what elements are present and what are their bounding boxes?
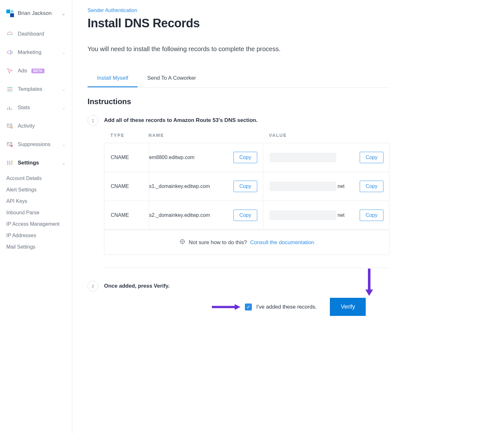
- svg-point-0: [11, 51, 13, 53]
- redacted-value: [270, 153, 336, 162]
- copy-value-button[interactable]: Copy: [360, 181, 383, 192]
- subitem-ip-addresses[interactable]: IP Addresses: [3, 230, 72, 241]
- instructions-heading: Instructions: [88, 97, 389, 106]
- beta-badge: BETA: [31, 69, 44, 73]
- record-type: CNAME: [111, 184, 129, 189]
- dns-records-table: TYPE NAME VALUE CNAME em8800.editwp.com …: [104, 132, 389, 255]
- chevron-down-icon: ⌄: [62, 87, 66, 92]
- svg-point-19: [182, 241, 183, 243]
- table-row: CNAME em8800.editwp.com Copy Copy: [104, 143, 389, 172]
- verify-row: ✓ I've added these records. Verify: [104, 298, 389, 316]
- svg-marker-25: [365, 290, 373, 296]
- table-row: CNAME s2._domainkey.editwp.com Copy net …: [104, 201, 389, 230]
- table-header: TYPE NAME VALUE: [104, 132, 389, 143]
- record-type: CNAME: [111, 155, 129, 160]
- col-type-label: TYPE: [110, 133, 125, 138]
- redacted-value: [270, 210, 336, 220]
- step-1: 1 Add all of these records to Amazon Rou…: [88, 115, 389, 126]
- annotation-arrow-right-icon: [212, 303, 240, 311]
- main-content: Sender Authentication Install DNS Record…: [72, 0, 389, 434]
- chevron-down-icon: ⌄: [62, 50, 66, 55]
- tab-install-myself[interactable]: Install Myself: [88, 70, 138, 87]
- copy-name-button[interactable]: Copy: [233, 210, 257, 221]
- subitem-api-keys[interactable]: API Keys: [3, 196, 72, 207]
- sidebar-item-suppressions[interactable]: Suppressions ⌄: [0, 135, 72, 154]
- tab-send-coworker[interactable]: Send To A Coworker: [138, 70, 206, 87]
- sidebar-item-label: Templates: [18, 86, 42, 92]
- svg-point-18: [180, 239, 185, 244]
- sidebar-item-dashboard[interactable]: Dashboard: [0, 25, 72, 43]
- svg-point-17: [11, 161, 13, 162]
- copy-value-button[interactable]: Copy: [360, 210, 383, 221]
- sidebar-item-templates[interactable]: Templates ⌄: [0, 80, 72, 98]
- sidebar-item-label: Stats: [18, 104, 30, 111]
- col-value-label: VALUE: [269, 133, 287, 138]
- copy-value-button[interactable]: Copy: [360, 152, 383, 163]
- value-suffix: net: [337, 184, 344, 189]
- record-type: CNAME: [111, 212, 129, 218]
- verify-button[interactable]: Verify: [330, 298, 366, 316]
- sidebar-item-ads[interactable]: Ads BETA: [0, 62, 72, 80]
- lead-text: You will need to install the following r…: [88, 45, 389, 53]
- svg-point-15: [7, 161, 9, 163]
- step-2: 2 Once added, press Verify.: [88, 281, 389, 291]
- svg-point-16: [9, 163, 10, 164]
- megaphone-icon: [6, 49, 13, 56]
- redacted-value: [270, 182, 336, 191]
- table-row: CNAME s1._domainkey.editwp.com Copy net …: [104, 172, 389, 201]
- subitem-alert-settings[interactable]: Alert Settings: [3, 184, 72, 196]
- envelope-block-icon: [6, 141, 13, 148]
- account-switcher[interactable]: Brian Jackson ⌄: [0, 6, 72, 25]
- doc-hint-text: Not sure how to do this?: [189, 239, 247, 246]
- sidebar-item-marketing[interactable]: Marketing ⌄: [0, 43, 72, 62]
- record-name: s1._domainkey.editwp.com: [149, 184, 210, 189]
- page-title: Install DNS Records: [88, 17, 389, 30]
- chevron-down-icon: ⌄: [62, 160, 66, 165]
- breadcrumb[interactable]: Sender Authentication: [88, 8, 389, 13]
- chevron-down-icon: ⌄: [62, 142, 66, 147]
- sidebar-item-label: Settings: [18, 160, 39, 166]
- subitem-mail-settings[interactable]: Mail Settings: [3, 241, 72, 253]
- sidebar-item-stats[interactable]: Stats ⌄: [0, 98, 72, 117]
- chevron-down-icon: ⌄: [62, 105, 66, 110]
- annotation-arrow-down-icon: [364, 269, 374, 296]
- sidebar: Brian Jackson ⌄ Dashboard Marketing ⌄ Ad…: [0, 0, 72, 434]
- sidebar-item-label: Suppressions: [18, 141, 50, 148]
- brand-logo-icon: [6, 10, 14, 17]
- bar-chart-icon: [6, 104, 13, 111]
- sliders-icon: [6, 159, 13, 166]
- chevron-down-icon: ⌄: [61, 10, 66, 17]
- sidebar-item-settings[interactable]: Settings ⌄: [0, 154, 72, 172]
- envelope-search-icon: [6, 123, 13, 130]
- step-number: 2: [88, 281, 98, 291]
- svg-marker-27: [235, 304, 240, 310]
- templates-icon: [6, 86, 13, 93]
- doc-link[interactable]: Consult the documentation: [250, 239, 314, 246]
- gauge-icon: [6, 30, 13, 37]
- copy-name-button[interactable]: Copy: [233, 152, 257, 163]
- sidebar-item-label: Dashboard: [18, 31, 44, 37]
- sidebar-item-label: Marketing: [18, 49, 42, 56]
- subitem-ip-access[interactable]: IP Access Management: [3, 218, 72, 230]
- tabs: Install Myself Send To A Coworker: [88, 70, 389, 88]
- col-name-label: NAME: [148, 133, 164, 138]
- svg-point-8: [11, 127, 13, 129]
- account-name: Brian Jackson: [18, 10, 52, 17]
- target-icon: [179, 238, 186, 246]
- subitem-account-details[interactable]: Account Details: [3, 173, 72, 184]
- documentation-hint: Not sure how to do this? Consult the doc…: [104, 230, 389, 255]
- step-text: Add all of these records to Amazon Route…: [104, 117, 258, 124]
- value-suffix: net: [337, 212, 344, 218]
- cursor-icon: [6, 67, 13, 74]
- checkbox-label: I've added these records.: [256, 304, 317, 310]
- copy-name-button[interactable]: Copy: [233, 181, 257, 192]
- sidebar-item-activity[interactable]: Activity: [0, 117, 72, 135]
- sidebar-item-label: Ads: [18, 68, 27, 74]
- subitem-inbound-parse[interactable]: Inbound Parse: [3, 207, 72, 218]
- settings-submenu: Account Details Alert Settings API Keys …: [0, 172, 72, 256]
- record-name: s2._domainkey.editwp.com: [149, 212, 210, 218]
- records-added-checkbox[interactable]: ✓: [245, 304, 252, 310]
- divider: [104, 268, 389, 268]
- sidebar-item-label: Activity: [18, 123, 35, 129]
- record-name: em8800.editwp.com: [149, 155, 194, 160]
